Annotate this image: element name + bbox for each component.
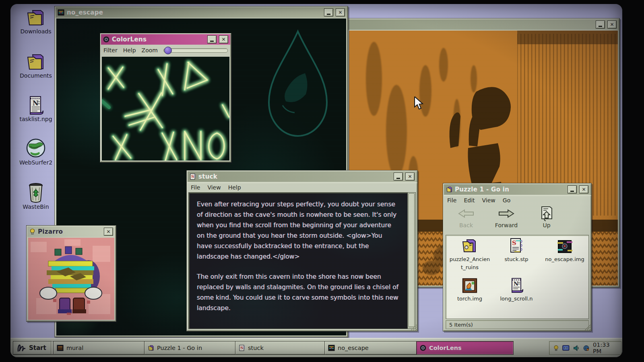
file-puzzle2-ancient-ruins[interactable]: puzzle2_Ancient_ruins [448,238,491,271]
puzzle1-title: Puzzle 1 - Go in [455,186,565,193]
colorlens-titlebar[interactable]: ColorLens ✕ [101,34,230,45]
desktop-icon-label: WasteBin [17,204,55,210]
resize-grip[interactable] [411,325,417,331]
scroll-icon: S [239,345,245,351]
glitch-image-icon [58,9,64,16]
up-label: Up [532,222,561,228]
puzzle1-titlebar[interactable]: Puzzle 1 - Go in ✕ [444,184,590,195]
task-label: Puzzle 1 - Go in [157,345,202,351]
file-long-scroll-n[interactable]: N long_scroll.n [495,277,538,303]
menu-view[interactable]: View [482,197,495,204]
lens-icon [420,345,426,351]
zoom-slider-knob[interactable] [164,47,172,54]
system-tray: 01:33 PM [549,341,621,355]
picture-icon [448,277,491,293]
task-colorlens[interactable]: ColorLens [416,341,514,355]
task-stuck[interactable]: S stuck [235,341,330,355]
desktop-icon-label: tasklist.npg [17,116,55,122]
svg-text:S: S [512,239,516,247]
minimize-button[interactable] [394,173,403,181]
network-globe-icon[interactable] [583,345,589,352]
vertical-scrollbar[interactable] [407,193,415,329]
forward-button[interactable]: Forward [491,205,521,234]
pizarro-image [28,238,114,320]
back-label: Back [451,222,481,228]
file-label: puzzle2_Ancient_ruins [448,255,491,271]
task-puzzle1[interactable]: Puzzle 1 - Go in [144,341,241,355]
clock: 01:33 PM [593,341,617,354]
no-escape-titlebar[interactable]: no_escape ✕ [56,7,347,18]
file-no-escape-img[interactable]: no_escape.img [541,238,588,263]
folder-icon [448,238,491,254]
menu-help[interactable]: Help [228,184,241,191]
arrow-right-icon [491,205,521,222]
no-escape-title: no_escape [67,9,322,16]
minimize-button[interactable] [324,8,333,16]
lightbulb-icon[interactable] [553,345,559,352]
window-puzzle1: Puzzle 1 - Go in ✕ File Edit View Go Bac… [443,183,592,331]
file-stuck-stp[interactable]: S stuck.stp [495,238,538,263]
close-icon[interactable]: ✕ [405,173,415,181]
taskbar: Start mural Puzzle 1 - Go in S stuck no_… [10,338,622,357]
taskbar-separator [51,341,52,354]
stuck-menubar: File View Help [187,183,417,192]
window-pizarro: Pizarro ✕ [26,225,116,322]
minimize-button[interactable] [207,35,217,43]
desktop-icon-tasklist[interactable]: N tasklist.npg [17,95,55,122]
folder-icon [17,51,55,72]
desktop-icon-websurfer2[interactable]: WebSurfer2 [17,138,55,166]
zoom-slider[interactable] [163,48,228,53]
desktop-icon-wastebin[interactable]: WasteBin [17,183,55,210]
back-button[interactable]: Back [451,205,481,234]
folder-icon [446,187,452,193]
droplet-shape [258,27,338,143]
desktop-icon-label: Downloads [17,29,55,35]
up-button[interactable]: Up [532,205,561,234]
scroll-icon: S [190,173,196,180]
task-label: mural [66,345,83,351]
puzzle1-toolbar: Back Forward Up [446,204,589,235]
item-count: 5 Item(s) [449,322,473,328]
menu-filter[interactable]: Filter [103,47,118,53]
close-icon[interactable]: ✕ [336,8,345,16]
close-icon[interactable]: ✕ [607,21,617,29]
puzzle1-menubar: File Edit View Go [443,195,591,205]
menu-go[interactable]: Go [503,197,510,204]
start-button[interactable]: Start [13,341,55,355]
svg-text:S: S [240,346,243,350]
desktop-icon-documents[interactable]: Documents [17,51,55,79]
minimize-button[interactable] [596,21,605,29]
menu-file[interactable]: File [447,197,456,204]
menu-file[interactable]: File [191,184,200,191]
lightbulb-icon [29,228,35,235]
stuck-story-text: Even after retracing your steps perfectl… [189,193,407,329]
close-icon[interactable]: ✕ [104,228,113,236]
stuck-titlebar[interactable]: S stuck ✕ [188,171,417,182]
file-torch-img[interactable]: torch.img [448,277,491,303]
desktop-icon-downloads[interactable]: Downloads [17,7,55,35]
pizarro-title: Pizarro [38,228,101,235]
menu-help[interactable]: Help [123,47,136,53]
scrollbar-thumb[interactable] [409,193,415,327]
forward-label: Forward [491,222,521,228]
close-icon[interactable]: ✕ [579,185,588,193]
mural-titlebar[interactable]: ✕ [348,19,619,30]
pizarro-titlebar[interactable]: Pizarro ✕ [27,226,115,237]
folder-icon [148,345,154,351]
file-label: stuck.stp [495,255,538,263]
svg-text:N: N [33,99,39,107]
colorlens-menubar: Filter Help Zoom [100,45,231,55]
menu-zoom[interactable]: Zoom [142,47,158,53]
task-no-escape[interactable]: no_escape [324,341,422,355]
task-mural[interactable]: mural [53,341,150,355]
speaker-icon[interactable] [573,345,580,352]
minimize-button[interactable] [568,185,577,193]
close-icon[interactable]: ✕ [219,35,228,43]
task-label: stuck [248,345,264,351]
stuck-content: Even after retracing your steps perfectl… [188,192,416,329]
resize-grip[interactable] [585,325,591,331]
menu-view[interactable]: View [207,184,221,191]
stuck-paragraph-1: Even after retracing your steps perfectl… [197,199,399,262]
display-icon[interactable] [562,345,570,351]
menu-edit[interactable]: Edit [464,197,475,204]
